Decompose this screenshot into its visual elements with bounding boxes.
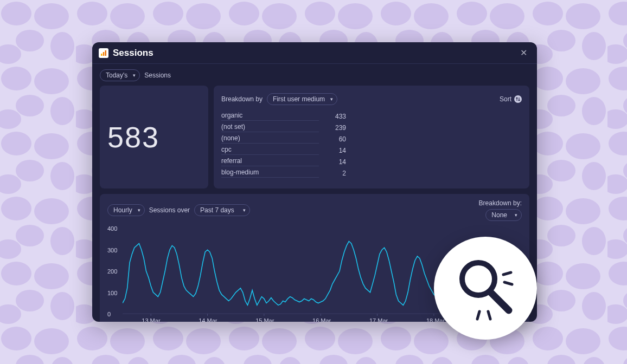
- period-row: Today's Sessions: [100, 69, 529, 81]
- y-axis-tick: 400: [107, 225, 117, 232]
- breakdown-row: (not set)239: [221, 122, 522, 133]
- breakdown-bar-track: [351, 171, 522, 176]
- breakdown-row: organic433: [221, 110, 522, 122]
- x-axis-tick: 17 Mar: [369, 317, 388, 322]
- breakdown-dimension-select[interactable]: First user medium: [267, 93, 337, 105]
- breakdown-row-label: organic: [221, 112, 319, 121]
- timeseries-header: Hourly Sessions over Past 7 days Breakdo…: [107, 199, 522, 221]
- svg-line-19: [490, 292, 509, 310]
- breakdown-bar-track: [351, 148, 522, 153]
- titlebar: Sessions ✕: [92, 42, 537, 64]
- analytics-icon: [99, 48, 108, 58]
- breakdown-row-label: blog-medium: [221, 168, 319, 178]
- magnifying-glass-graphic: [434, 237, 537, 340]
- swap-sort-icon: [514, 95, 522, 103]
- breakdown-row-label: referral: [221, 157, 319, 166]
- svg-rect-8: [103, 52, 105, 56]
- svg-rect-7: [101, 54, 103, 56]
- metric-card: 583: [100, 86, 208, 188]
- breakdown-panel: Breakdown by First user medium Sort orga…: [214, 86, 529, 188]
- breakdown-header: Breakdown by First user medium Sort: [221, 93, 522, 105]
- breakdown-bar-track: [351, 114, 522, 119]
- x-axis-tick: 18 Mar: [426, 317, 445, 322]
- breakdown-row: referral14: [221, 156, 522, 167]
- breakdown-row-label: cpc: [221, 146, 319, 155]
- chart-breakdown-label: Breakdown by:: [479, 199, 522, 207]
- top-panels: 583 Breakdown by First user medium Sort …: [100, 86, 529, 188]
- close-button[interactable]: ✕: [517, 47, 530, 59]
- y-axis-tick: 100: [107, 290, 117, 296]
- sort-label: Sort: [500, 95, 511, 103]
- sort-button[interactable]: Sort: [500, 95, 522, 103]
- period-trailing-label: Sessions: [144, 72, 171, 79]
- breakdown-row-value: 14: [324, 147, 346, 154]
- x-axis-tick: 16 Mar: [312, 317, 331, 322]
- breakdown-row-value: 14: [324, 158, 346, 166]
- window-title: Sessions: [113, 48, 153, 58]
- y-axis-tick: 0: [107, 311, 111, 317]
- breakdown-row-value: 239: [324, 124, 346, 132]
- granularity-select[interactable]: Hourly: [107, 204, 145, 216]
- breakdown-row-value: 2: [324, 170, 346, 177]
- breakdown-row-value: 433: [324, 113, 346, 120]
- breakdown-bar-track: [351, 136, 522, 142]
- breakdown-row-value: 60: [324, 135, 346, 143]
- x-axis-tick: 15 Mar: [255, 317, 274, 322]
- breakdown-row: (none)60: [221, 133, 522, 145]
- x-axis-tick: 13 Mar: [142, 317, 160, 322]
- breakdown-bar-track: [351, 125, 522, 131]
- breakdown-leading-label: Breakdown by: [221, 95, 263, 103]
- breakdown-row: blog-medium2: [221, 167, 522, 179]
- breakdown-row-label: (none): [221, 134, 319, 144]
- metric-value: 583: [107, 120, 159, 154]
- breakdown-row: cpc14: [221, 145, 522, 156]
- breakdown-bar-track: [351, 159, 522, 165]
- breakdown-rows-container: organic433(not set)239(none)60cpc14refer…: [221, 110, 522, 179]
- chart-breakdown-select[interactable]: None: [485, 209, 522, 221]
- period-select[interactable]: Today's: [100, 69, 140, 81]
- range-select[interactable]: Past 7 days: [194, 204, 250, 216]
- y-axis-tick: 300: [107, 247, 117, 253]
- x-axis-tick: 14 Mar: [199, 317, 217, 322]
- timeseries-middle-label: Sessions over: [149, 206, 190, 214]
- svg-rect-9: [105, 50, 107, 56]
- y-axis-tick: 200: [107, 268, 117, 275]
- breakdown-row-label: (not set): [221, 123, 319, 132]
